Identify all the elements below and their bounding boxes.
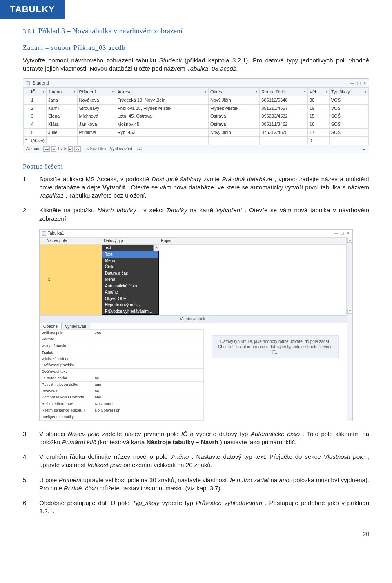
row-selector[interactable] xyxy=(24,129,29,137)
cell[interactable]: 3 xyxy=(29,112,47,120)
property-value[interactable]: ano xyxy=(93,394,204,401)
dropdown-item[interactable]: Datum a čas xyxy=(102,270,158,277)
cell[interactable] xyxy=(77,136,116,145)
property-value[interactable]: ne xyxy=(93,375,204,382)
maximize-icon[interactable]: ▢ xyxy=(341,231,344,236)
dropdown-button[interactable]: ▾ xyxy=(153,245,159,251)
cell[interactable]: 4 xyxy=(29,120,47,129)
new-row-marker[interactable]: * xyxy=(24,136,29,145)
vertical-scrollbar[interactable]: ▴ ▾ xyxy=(347,237,352,420)
row-selector[interactable] xyxy=(40,244,45,315)
dropdown-item[interactable]: Průvodce vyhledáváním… xyxy=(102,308,158,315)
cell[interactable]: 17 xyxy=(307,129,329,137)
maximize-icon[interactable]: ▢ xyxy=(357,80,361,86)
cell[interactable]: SOŠ xyxy=(329,120,368,129)
col-header[interactable]: Popis xyxy=(159,238,347,245)
cell[interactable]: Nováková xyxy=(77,96,116,104)
cell[interactable]: VOŠ xyxy=(329,104,368,112)
cell[interactable]: 19 xyxy=(307,104,329,112)
cell[interactable]: Elena xyxy=(47,112,78,120)
cell[interactable]: Ostrava xyxy=(208,112,259,120)
row-selector[interactable] xyxy=(24,112,29,120)
col-header[interactable]: Jméno▾ xyxy=(47,88,78,96)
cell[interactable]: Letní 45, Ostrava xyxy=(116,112,208,120)
col-header[interactable]: Název pole xyxy=(45,238,102,245)
cell[interactable]: 685112/5648 xyxy=(260,96,308,104)
cell[interactable]: (Nové) xyxy=(29,136,47,145)
cell[interactable]: Strouhavý xyxy=(77,104,116,112)
cell[interactable]: Přibilova 15, Frýdek Místek xyxy=(116,104,208,112)
dropdown-item[interactable]: Text xyxy=(102,251,158,258)
dropdown-item[interactable]: Objekt OLE xyxy=(102,296,158,302)
cell[interactable]: SOŠ xyxy=(329,129,368,137)
cell[interactable]: 2 xyxy=(29,104,47,112)
cell[interactable]: 15 xyxy=(307,112,329,120)
property-value[interactable] xyxy=(93,356,204,362)
nav-prev-button[interactable]: ◂ xyxy=(51,146,56,152)
cell[interactable]: Rybí 453 xyxy=(116,129,208,137)
tab-general[interactable]: Obecné xyxy=(40,323,61,330)
minimize-icon[interactable]: — xyxy=(334,231,338,236)
cell[interactable]: Frýdecká 18, Nový Jičín xyxy=(116,96,208,104)
cell[interactable] xyxy=(116,136,208,145)
cell[interactable]: Julie xyxy=(47,129,78,137)
cell[interactable]: Jana xyxy=(47,96,78,104)
tab-lookup[interactable]: Vyhledávání xyxy=(61,323,91,330)
col-header[interactable]: Věk▾ xyxy=(307,88,329,96)
cell[interactable]: Nový Jičín xyxy=(208,129,259,137)
property-value[interactable] xyxy=(93,336,204,343)
cell[interactable]: 1 xyxy=(29,96,47,104)
close-icon[interactable]: ✕ xyxy=(363,80,366,86)
nav-next-button[interactable]: ▸ xyxy=(68,146,73,152)
scroll-down-icon[interactable]: ▾ xyxy=(347,309,352,314)
cell[interactable]: Janíková xyxy=(77,120,116,129)
nav-first-button[interactable]: ◂◂ xyxy=(43,146,50,152)
cell[interactable]: Klára xyxy=(47,120,78,129)
property-value[interactable] xyxy=(93,343,204,349)
cell[interactable]: 875312/4675 xyxy=(260,129,308,137)
cell[interactable]: Mošnov 45 xyxy=(116,120,208,129)
col-selector[interactable] xyxy=(24,88,29,96)
cell[interactable]: 5 xyxy=(29,129,47,137)
dropdown-item[interactable]: Hypertextový odkaz xyxy=(102,302,158,308)
nav-last-button[interactable]: ▸▸ xyxy=(74,146,81,152)
col-header[interactable]: Datový typ xyxy=(102,238,159,245)
datatype-selected[interactable]: Text xyxy=(102,245,153,251)
property-value[interactable]: ano xyxy=(93,381,204,388)
dropdown-item[interactable]: Memo xyxy=(102,258,158,264)
col-header[interactable]: IČ▾ xyxy=(29,88,47,96)
property-value[interactable]: ne xyxy=(93,388,204,394)
property-value[interactable] xyxy=(93,414,204,420)
cell[interactable]: 885111/3462 xyxy=(260,120,308,129)
cell[interactable]: Ostrava xyxy=(208,120,259,129)
col-header[interactable]: Adresa▾ xyxy=(116,88,208,96)
cell[interactable]: 895203/4532 xyxy=(260,112,308,120)
description-cell[interactable] xyxy=(159,244,347,315)
property-value[interactable] xyxy=(93,349,204,356)
cell[interactable]: Frýdek Místek xyxy=(208,104,259,112)
col-header[interactable]: Rodné číslo▾ xyxy=(260,88,308,96)
row-selector[interactable] xyxy=(24,104,29,112)
cell[interactable]: Nový Jičín xyxy=(208,96,259,104)
cell[interactable] xyxy=(329,136,368,145)
col-header[interactable]: Příjmení▾ xyxy=(77,88,116,96)
cell[interactable]: SOŠ xyxy=(329,112,368,120)
property-value[interactable]: No Conversion xyxy=(93,407,204,414)
cell[interactable]: VOŠ xyxy=(329,96,368,104)
cell[interactable] xyxy=(47,136,78,145)
col-header[interactable]: Typ školy▾ xyxy=(329,88,368,96)
minimize-icon[interactable]: — xyxy=(350,80,354,86)
cell[interactable]: Přibilová xyxy=(77,129,116,137)
col-header[interactable]: Okres▾ xyxy=(208,88,259,96)
dropdown-item[interactable]: Automatické číslo xyxy=(102,283,158,289)
dropdown-item[interactable]: Ano/ne xyxy=(102,289,158,296)
property-value[interactable]: No Control xyxy=(93,401,204,407)
cell[interactable]: 851213/4567 xyxy=(260,104,308,112)
row-selector[interactable] xyxy=(24,120,29,129)
property-value[interactable] xyxy=(93,369,204,375)
close-icon[interactable]: ✕ xyxy=(347,231,350,236)
cell[interactable]: 16 xyxy=(307,120,329,129)
cell[interactable] xyxy=(260,136,308,145)
nav-search[interactable]: Vyhledávání xyxy=(110,146,132,152)
datatype-dropdown[interactable]: TextMemoČísloDatum a časMěnaAutomatické … xyxy=(102,251,159,315)
